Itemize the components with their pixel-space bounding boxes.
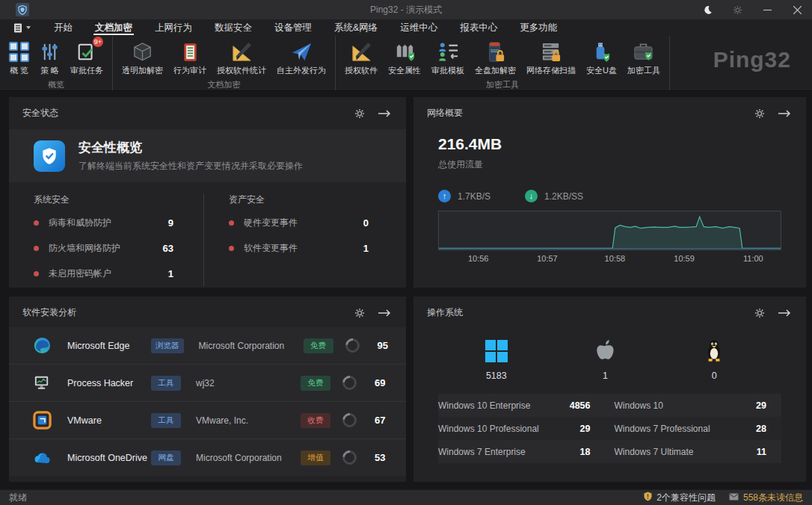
alert-dot-icon	[229, 246, 234, 251]
score-value: 95	[378, 340, 388, 351]
download-speed: ↓ 1.2KB/SS	[525, 190, 583, 202]
security-overview-card: 安全性概览 了解终端当前系统安全性和资产变更情况并采取必要操作	[9, 129, 406, 182]
tab-report-center[interactable]: 报表中心	[449, 19, 508, 36]
ribbon-item-behavior-audit[interactable]: 行为审计	[168, 38, 212, 78]
ribbon-item-authorized-software-stats[interactable]: 授权软件统计	[212, 38, 271, 78]
tab-device-management[interactable]: 设备管理	[263, 19, 323, 36]
chart-tick-label: 10:58	[605, 254, 626, 263]
usb-shield-icon	[591, 40, 612, 64]
alert-dot-icon	[34, 246, 39, 251]
score-ring-icon	[339, 410, 360, 430]
ribbon: 概 览 策 略 9+ 审批任务 概览	[0, 36, 812, 91]
ribbon-item-policy[interactable]: 策 略	[34, 38, 65, 78]
table-row[interactable]: Windows 10 Professional29 Windows 7 Prof…	[438, 417, 781, 440]
ribbon-group-overview: 概 览 策 略 9+ 审批任务 概览	[0, 36, 113, 90]
panel-software-analysis: 软件安装分析 Microsoft Edge 浏览器 Microsoft Corp…	[9, 297, 406, 482]
arrow-right-icon[interactable]	[378, 109, 391, 118]
list-item[interactable]: 病毒和威胁防护9	[34, 210, 173, 235]
network-traffic-chart	[439, 211, 781, 250]
score-ring-icon	[339, 373, 360, 393]
score-value: 53	[375, 452, 385, 463]
ribbon-item-transparent-crypto[interactable]: 透明加解密	[117, 38, 168, 78]
ribbon-group-crypto-tools: 授权软件 安全属性 审批模板 SSD 全盘加解密	[336, 36, 670, 90]
tab-more-features[interactable]: 更多功能	[508, 19, 568, 36]
policy-sliders-icon	[40, 40, 60, 64]
unread-messages-status[interactable]: 558条未读信息	[729, 492, 803, 504]
category-badge: 浏览器	[151, 338, 184, 353]
ribbon-item-authorized-software[interactable]: 授权软件	[339, 38, 383, 78]
ribbon-item-secure-usb[interactable]: 安全U盘	[581, 38, 622, 78]
dashboard: 安全状态 安全性概览 了解终端当前系统安全性和资产变更情况并采取必要操作 系统安…	[0, 91, 812, 489]
total-traffic-label: 总使用流量	[438, 158, 806, 171]
tab-system-network[interactable]: 系统&网络	[323, 19, 389, 36]
approval-badge: 9+	[93, 37, 103, 47]
server-lock-icon	[541, 40, 562, 64]
ribbon-item-overview[interactable]: 概 览	[4, 38, 34, 78]
minimize-icon[interactable]	[752, 0, 782, 19]
ruler-pencil-icon	[231, 40, 253, 64]
panel-title: 软件安装分析	[22, 306, 76, 319]
table-row[interactable]: Process Hacker 工具 wj32 免费 69	[9, 364, 406, 401]
close-icon[interactable]	[782, 0, 812, 19]
table-row[interactable]: Microsoft Edge 浏览器 Microsoft Corporation…	[9, 327, 406, 364]
price-badge: 免费	[301, 376, 330, 391]
asset-security-section: 资产安全 硬件变更事件0 软件变更事件1	[203, 193, 406, 286]
ssd-lock-icon: SSD	[485, 40, 506, 64]
arrow-right-icon[interactable]	[778, 109, 791, 118]
arrow-right-icon[interactable]	[378, 309, 391, 317]
ping32-shield-icon	[16, 3, 29, 16]
ribbon-group-label: 文档加密	[117, 78, 331, 90]
tab-web-behavior[interactable]: 上网行为	[144, 19, 203, 36]
score-ring-icon	[342, 335, 363, 356]
compatibility-status[interactable]: 2个兼容性问题	[644, 492, 716, 504]
status-ready: 就绪	[9, 492, 27, 504]
gear-icon[interactable]	[354, 308, 365, 318]
gear-icon[interactable]	[754, 308, 765, 318]
list-item[interactable]: 硬件变更事件0	[229, 210, 369, 235]
fence-shield-icon	[394, 40, 416, 64]
table-row[interactable]: Windows 7 Enterprise18 Windows 7 Ultimat…	[438, 440, 781, 463]
ribbon-item-outgoing-behavior[interactable]: 自主外发行为	[271, 38, 331, 78]
moon-icon[interactable]	[692, 0, 722, 19]
arrow-right-icon[interactable]	[778, 309, 791, 317]
menubar: 开始 文档加密 上网行为 数据安全 设备管理 系统&网络 运维中心 报表中心 更…	[0, 19, 812, 36]
linux-tux-icon	[704, 337, 724, 362]
window-title: Ping32 - 演示模式	[370, 4, 442, 16]
statusbar: 就绪 2个兼容性问题 558条未读信息	[0, 489, 812, 505]
edge-icon	[32, 336, 52, 356]
alert-dot-icon	[34, 271, 39, 276]
list-item[interactable]: 未启用密码帐户1	[34, 261, 173, 286]
category-badge: 工具	[151, 413, 181, 428]
vmware-icon	[32, 411, 52, 430]
ribbon-group-label: 加密工具	[339, 78, 665, 90]
gear-icon[interactable]	[354, 108, 365, 119]
tab-start[interactable]: 开始	[43, 19, 84, 36]
table-row[interactable]: Windows 10 Enterprise4856 Windows 1029	[438, 394, 781, 417]
settings-icon[interactable]	[722, 0, 752, 19]
shield-check-icon	[34, 140, 65, 172]
panel-security-status: 安全状态 安全性概览 了解终端当前系统安全性和资产变更情况并采取必要操作 系统安…	[9, 97, 406, 288]
gear-icon[interactable]	[754, 108, 765, 119]
ribbon-item-approval-templates[interactable]: 审批模板	[426, 38, 470, 78]
tab-document-encryption[interactable]: 文档加密	[84, 19, 144, 36]
upload-arrow-icon: ↑	[438, 190, 451, 202]
apple-icon	[595, 337, 616, 362]
list-item[interactable]: 防火墙和网络防护63	[34, 235, 173, 261]
download-arrow-icon: ↓	[525, 190, 538, 202]
table-row[interactable]: VMware 工具 VMware, Inc. 收费 67	[9, 401, 406, 439]
chart-tick-label: 10:59	[674, 254, 695, 263]
ribbon-item-network-storage-scan[interactable]: 网络存储扫描	[521, 38, 581, 78]
menu-list-icon[interactable]	[13, 23, 31, 33]
price-badge: 免费	[304, 338, 333, 353]
ribbon-item-security-attributes[interactable]: 安全属性	[383, 38, 426, 78]
list-item[interactable]: 软件变更事件1	[229, 235, 369, 261]
briefcase-shield-icon	[633, 40, 654, 64]
tab-data-security[interactable]: 数据安全	[203, 19, 263, 36]
ribbon-item-crypto-tools[interactable]: 加密工具	[622, 38, 665, 78]
ribbon-item-full-disk-crypto[interactable]: SSD 全盘加解密	[470, 38, 521, 78]
table-row[interactable]: Microsoft OneDrive 网盘 Microsoft Corporat…	[9, 439, 406, 476]
tab-ops-center[interactable]: 运维中心	[389, 19, 449, 36]
ribbon-item-approval-tasks[interactable]: 9+ 审批任务	[65, 38, 108, 78]
chart-tick-label: 11:00	[743, 254, 763, 263]
windows-icon	[485, 337, 508, 362]
